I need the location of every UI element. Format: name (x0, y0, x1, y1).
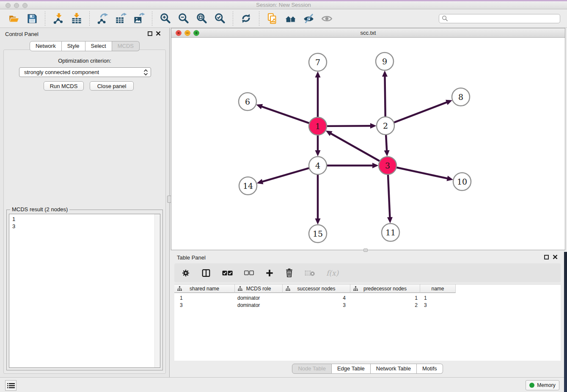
unchecked-boxes-icon (244, 271, 254, 275)
zoom-fit-button[interactable] (194, 11, 209, 26)
cell-successor-nodes[interactable]: 4 (283, 294, 350, 301)
search-icon (442, 15, 448, 22)
network-maximize-button[interactable] (193, 30, 199, 36)
graph-node-label: 15 (313, 229, 323, 238)
select-all-button[interactable] (222, 271, 233, 276)
horizontal-splitter-handle[interactable] (363, 248, 368, 252)
cell-successor-nodes[interactable]: 3 (283, 301, 350, 309)
refresh-icon (240, 13, 252, 24)
tab-style[interactable]: Style (62, 41, 85, 51)
graph-node-label: 9 (382, 57, 387, 66)
result-line: 3 (9, 223, 160, 230)
zoom-in-button[interactable] (157, 11, 173, 26)
task-history-button[interactable] (5, 380, 17, 391)
network-close-button[interactable] (176, 30, 182, 36)
graph-edge-2-3[interactable] (386, 134, 387, 153)
cell-name[interactable]: 1 (420, 294, 456, 301)
close-panel-button[interactable]: Close panel (90, 81, 134, 91)
graph-node-label: 1 (315, 121, 320, 131)
float-panel-icon[interactable] (148, 31, 152, 36)
export-network-button[interactable] (95, 11, 110, 26)
network-minimize-button[interactable] (184, 30, 190, 36)
toolbar-separator (45, 11, 45, 26)
export-network-icon (97, 13, 109, 25)
graph-edge-arrowhead (446, 176, 453, 181)
column-header-shared-name[interactable]: shared name (174, 284, 235, 293)
tab-network[interactable]: Network (30, 41, 62, 51)
column-header-mcds-role[interactable]: MCDS role (235, 284, 283, 293)
graph-edge-arrowhead (315, 72, 321, 78)
zoom-fit-icon (196, 13, 207, 24)
run-mcds-button[interactable]: Run MCDS (44, 81, 84, 91)
import-network-button[interactable] (50, 11, 66, 26)
zoom-selected-button[interactable] (212, 11, 228, 26)
search-box[interactable] (439, 14, 560, 23)
graph-edge-2-9[interactable] (385, 74, 385, 117)
main-toolbar (0, 9, 567, 28)
export-table-button[interactable] (113, 11, 129, 26)
network-canvas[interactable]: 7968124314101511 (171, 38, 565, 250)
column-label: successor nodes (297, 286, 335, 292)
save-session-button[interactable] (24, 11, 40, 26)
graph-edge-2-8[interactable] (394, 102, 449, 123)
graph-node-label: 8 (458, 92, 463, 102)
cell-predecessor-nodes[interactable]: 2 (350, 301, 420, 309)
mcds-result-textarea[interactable]: 1 3 (9, 214, 160, 368)
search-input[interactable] (450, 15, 557, 22)
graph-edge-1-6[interactable] (259, 106, 310, 124)
table-panel: Table Panel (171, 252, 564, 377)
tab-node-table[interactable]: Node Table (292, 364, 332, 374)
cell-mcds-role[interactable]: dominator (235, 301, 283, 309)
criterion-value: strongly connected component (24, 69, 143, 75)
cell-mcds-role[interactable]: dominator (235, 294, 283, 301)
cell-shared-name[interactable]: 1 (174, 294, 235, 301)
graph-edge-1-2[interactable] (326, 126, 373, 126)
table-row[interactable]: 3 dominator 3 2 3 (174, 301, 456, 309)
tab-edge-table[interactable]: Edge Table (332, 364, 371, 374)
cell-name[interactable]: 3 (420, 301, 456, 309)
clone-network-button[interactable] (264, 11, 280, 26)
zoom-out-button[interactable] (176, 11, 191, 26)
open-session-button[interactable] (6, 11, 22, 26)
network-overview-button[interactable] (283, 11, 298, 26)
table-row[interactable]: 1 dominator 4 1 1 (174, 294, 456, 301)
export-image-button[interactable] (131, 11, 147, 26)
eye-icon (321, 13, 333, 24)
graph-edge-3-1[interactable] (329, 133, 380, 161)
export-table-icon (115, 13, 127, 25)
add-column-button[interactable] (265, 269, 274, 277)
show-panel-button[interactable] (319, 11, 335, 26)
column-header-name[interactable]: name (420, 284, 456, 293)
result-scrollbar[interactable] (154, 214, 160, 367)
zoom-selected-icon (214, 13, 226, 24)
column-header-predecessor-nodes[interactable]: predecessor nodes (350, 284, 420, 293)
delete-column-button[interactable] (285, 268, 293, 277)
select-chevrons-icon (143, 69, 148, 76)
result-line: 1 (9, 215, 160, 223)
import-table-button[interactable] (69, 11, 84, 26)
cell-shared-name[interactable]: 3 (174, 301, 235, 309)
network-view-window: scc.txt 7968124314101511 (171, 28, 565, 250)
tab-motifs[interactable]: Motifs (417, 364, 443, 374)
graph-edge-3-10[interactable] (396, 167, 450, 179)
close-panel-icon[interactable] (156, 31, 161, 36)
close-table-panel-icon[interactable] (553, 254, 558, 259)
refresh-view-button[interactable] (238, 11, 254, 26)
float-table-panel-icon[interactable] (544, 255, 549, 259)
graph-edge-arrowhead (257, 179, 264, 184)
tab-network-table[interactable]: Network Table (371, 364, 417, 374)
column-header-successor-nodes[interactable]: successor nodes (283, 284, 350, 293)
table-settings-button[interactable] (182, 269, 190, 277)
graph-edge-arrowhead (382, 70, 388, 77)
graph-edge-3-11[interactable] (388, 174, 390, 220)
criterion-select[interactable]: strongly connected component (19, 67, 151, 77)
window-titlebar: Session: New Session (0, 0, 567, 9)
graph-edge-4-14[interactable] (260, 168, 310, 182)
hide-panel-button[interactable] (301, 11, 317, 26)
tab-mcds[interactable]: MCDS (112, 41, 140, 51)
deselect-all-button[interactable] (244, 271, 254, 275)
show-columns-button[interactable] (201, 268, 211, 278)
memory-button[interactable]: Memory (526, 380, 559, 390)
tab-select[interactable]: Select (85, 41, 112, 51)
cell-predecessor-nodes[interactable]: 1 (350, 294, 420, 301)
